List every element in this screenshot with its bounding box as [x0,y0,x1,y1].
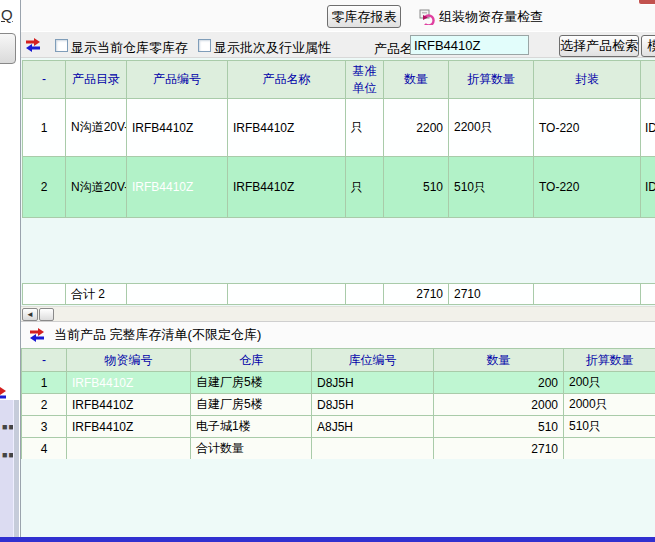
totals-qty: 2710 [384,284,449,305]
col-header-conv-qty[interactable]: 折算数量 [564,349,655,372]
left-panel-edge: Q ■■ ■■ [0,0,20,542]
cell-name[interactable]: IRFB4410Z [228,157,346,218]
drag-handle[interactable]: ■■ [2,426,11,430]
col-header-qty[interactable]: 数量 [434,349,564,372]
cell-location[interactable]: A8J5H [312,416,434,438]
detail-row[interactable]: 4 合计数量 2710 [22,438,655,460]
totals-empty [641,284,655,305]
cell-code-selected[interactable]: IRFB4410Z [127,157,228,218]
filter-toolbar: 显示当前仓库零库存 显示批次及行业属性 产品名 选择产品检索 模 [21,31,655,58]
horizontal-scrollbar[interactable]: ◄ [21,306,655,321]
product-name-label: 产品名 [374,40,413,58]
totals-conv-qty: 2710 [449,284,534,305]
col-header-num[interactable]: - [22,349,67,372]
top-bar: 零库存报表 组装物资存量检查 [21,0,655,31]
cell-qty[interactable]: 510 [384,157,449,218]
cell-conv-qty[interactable]: 510只 [564,416,655,438]
show-zero-stock-checkbox[interactable] [55,39,68,52]
cell-catalog[interactable]: N沟道20V-100V [66,157,127,218]
detail-row-selected[interactable]: 1 IRFB4410Z 自建厂房5楼 D8J5H 200 200只 [22,372,655,394]
app-window: Q ■■ ■■ 零库存报表 组装物资存量检查 [0,0,655,542]
cell-unit[interactable]: 只 [346,99,384,157]
collapsed-panel: ■■ ■■ [0,400,13,537]
partial-tab-button[interactable] [638,0,655,5]
inventory-row[interactable]: 1 N沟道20V-100V IRFB4410Z IRFB4410Z 只 2200… [23,99,655,157]
cell-warehouse[interactable]: 电子城1楼 [191,416,312,438]
detail-panel-empty-area [21,459,655,537]
totals-label: 合计 2 [66,284,127,305]
inventory-table: - 产品目录 产品编号 产品名称 基准单位 数量 折算数量 封装 1 N沟道20… [22,60,655,218]
totals-empty [346,284,384,305]
cell-warehouse[interactable]: 合计数量 [191,438,312,460]
detail-row[interactable]: 3 IRFB4410Z 电子城1楼 A8J5H 510 510只 [22,416,655,438]
col-header-location[interactable]: 库位编号 [312,349,434,372]
totals-corner [23,284,66,305]
col-header-code[interactable]: 产品编号 [127,61,228,99]
row-number[interactable]: 1 [23,99,66,157]
cell-catalog[interactable]: N沟道20V-100V [66,99,127,157]
col-header-qty[interactable]: 数量 [384,61,449,99]
cell-unit[interactable]: 只 [346,157,384,218]
cell-warehouse[interactable]: 自建厂房5楼 [191,394,312,416]
cell-code[interactable]: IRFB4410Z [127,99,228,157]
row-number[interactable]: 3 [22,416,67,438]
row-number[interactable]: 4 [22,438,67,460]
sync-icon[interactable] [25,38,41,52]
cell-code[interactable] [67,438,191,460]
cell-warehouse[interactable]: 自建厂房5楼 [191,372,312,394]
cell-id[interactable]: ID= [641,157,655,218]
detail-row[interactable]: 2 IRFB4410Z 自建厂房5楼 D8J5H 2000 2000只 [22,394,655,416]
cell-qty[interactable]: 200 [434,372,564,394]
select-product-button[interactable]: 选择产品检索 [559,35,639,57]
scroll-left-button[interactable]: ◄ [22,308,38,321]
cell-conv-qty[interactable] [564,438,655,460]
col-header-catalog[interactable]: 产品目录 [66,61,127,99]
sync-icon[interactable] [29,328,45,342]
cell-qty[interactable]: 2710 [434,438,564,460]
drag-handle[interactable]: ■■ [2,454,11,458]
cell-qty[interactable]: 2000 [434,394,564,416]
col-header-warehouse[interactable]: 仓库 [191,349,312,372]
inventory-row-selected[interactable]: 2 N沟道20V-100V IRFB4410Z IRFB4410Z 只 510 … [23,157,655,218]
scrollbar-thumb[interactable] [39,308,54,321]
col-header-conv-qty[interactable]: 折算数量 [449,61,534,99]
cell-location[interactable]: D8J5H [312,372,434,394]
row-number[interactable]: 2 [22,394,67,416]
show-batch-checkbox[interactable] [198,39,211,52]
cell-package[interactable]: TO-220 [534,157,641,218]
cell-location[interactable] [312,438,434,460]
col-header-code[interactable]: 物资编号 [67,349,191,372]
detail-header-row: - 物资编号 仓库 库位编号 数量 折算数量 [22,349,655,372]
cell-code-selected[interactable]: IRFB4410Z [67,372,191,394]
fuzzy-search-button[interactable]: 模 [641,35,655,57]
vertical-splitter[interactable] [13,400,19,537]
detail-section-header: 当前产品 完整库存清单(不限定仓库) [21,321,655,348]
cell-conv-qty[interactable]: 510只 [449,157,534,218]
row-number[interactable]: 1 [22,372,67,394]
cell-conv-qty[interactable]: 200只 [564,372,655,394]
row-number[interactable]: 2 [23,157,66,218]
zero-stock-report-button[interactable]: 零库存报表 [327,5,401,28]
col-header-package[interactable]: 封装 [534,61,641,99]
show-batch-label: 显示批次及行业属性 [214,39,331,57]
cell-package[interactable]: TO-220 [534,99,641,157]
col-header-unit[interactable]: 基准单位 [346,61,384,99]
cell-qty[interactable]: 2200 [384,99,449,157]
cell-name[interactable]: IRFB4410Z [228,99,346,157]
col-header-name[interactable]: 产品名称 [228,61,346,99]
col-header-id[interactable] [641,61,655,99]
product-name-input[interactable] [410,35,529,55]
col-header-num[interactable]: - [23,61,66,99]
partial-button[interactable] [0,33,16,64]
bottom-accent-bar [0,537,655,542]
cell-conv-qty[interactable]: 2000只 [564,394,655,416]
totals-row: 合计 2 2710 2710 [23,284,655,305]
cell-code[interactable]: IRFB4410Z [67,394,191,416]
cell-code[interactable]: IRFB4410Z [67,416,191,438]
cell-id[interactable]: ID= [641,99,655,157]
cell-qty[interactable]: 510 [434,416,564,438]
inventory-totals-table: 合计 2 2710 2710 [22,283,655,305]
cell-conv-qty[interactable]: 2200只 [449,99,534,157]
assembly-check-button[interactable]: 组装物资存量检查 [419,8,543,26]
cell-location[interactable]: D8J5H [312,394,434,416]
